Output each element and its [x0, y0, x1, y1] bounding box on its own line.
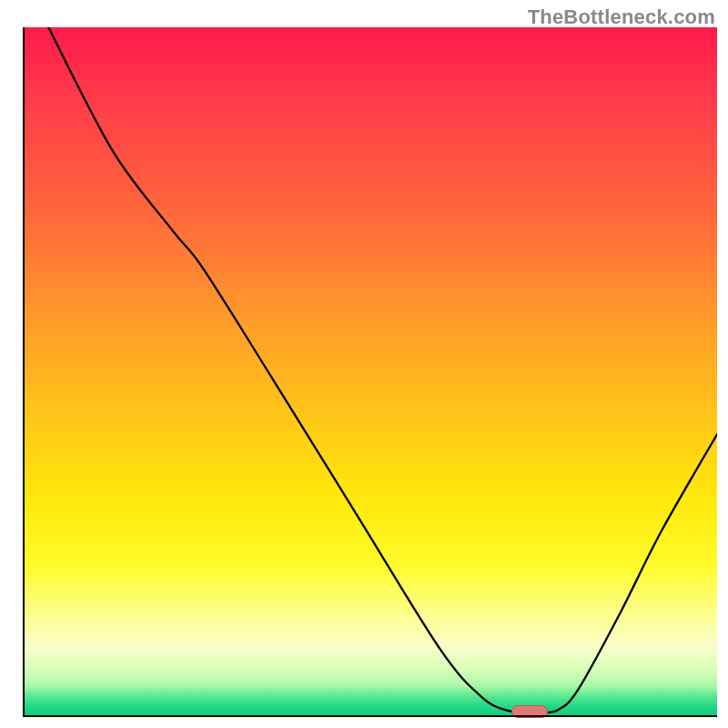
bottleneck-chart: TheBottleneck.com — [0, 0, 728, 728]
curve-layer — [23, 27, 717, 717]
y-axis — [23, 27, 25, 717]
bottleneck-curve — [48, 27, 717, 713]
watermark-text: TheBottleneck.com — [528, 5, 715, 29]
x-axis — [23, 715, 717, 717]
